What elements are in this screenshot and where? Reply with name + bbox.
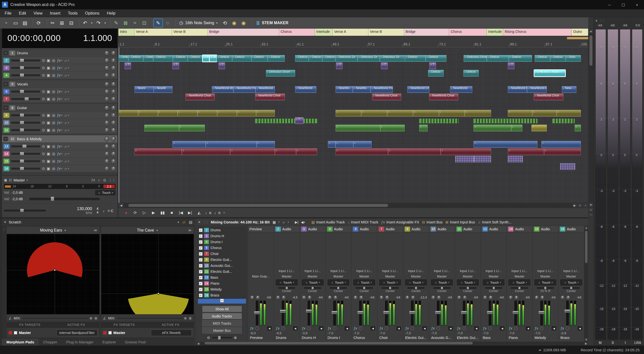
toolbar-button[interactable]: ⟲: [220, 19, 230, 28]
audio-clip[interactable]: [353, 141, 372, 148]
audio-clip[interactable]: [474, 156, 491, 162]
input-routing[interactable]: Input 1 L/...: [558, 268, 584, 273]
mute-speaker-button[interactable]: ◀: [370, 326, 375, 330]
pan-knob[interactable]: [111, 65, 116, 70]
channel-visible-checkbox[interactable]: ✓: [199, 276, 202, 279]
pan-knob[interactable]: [104, 51, 109, 56]
master-fx-icon[interactable]: ƒx: [91, 178, 95, 182]
automation-settings-button[interactable]: ☼▾: [64, 144, 69, 148]
audio-clip[interactable]: Delicio: [464, 70, 479, 77]
channel-list-item[interactable]: ✓ 13 ⊡ Bass: [198, 274, 246, 280]
zoom-in-button[interactable]: +: [588, 207, 594, 212]
scroll-up-button[interactable]: ▲: [588, 29, 594, 34]
scroll-right-button[interactable]: ▶: [572, 203, 578, 208]
output-routing[interactable]: Master: [403, 273, 429, 279]
mixer-channel-strip[interactable]: 15 Audio Input 1 L/... Master ☼ Touch ▾: [532, 226, 558, 342]
xy-pad[interactable]: [7, 234, 100, 314]
automation-settings-button[interactable]: ☼▾: [64, 159, 69, 163]
solo-icon[interactable]: ◎: [103, 178, 106, 182]
pan-knob[interactable]: [104, 113, 109, 118]
insert-button[interactable]: ⊟ Insert Bus: [422, 220, 443, 224]
pan-knob[interactable]: [111, 89, 116, 94]
target-icon[interactable]: ⊕: [90, 316, 92, 320]
volume-fader[interactable]: [411, 301, 414, 325]
automation-settings-button[interactable]: ☼▾: [64, 59, 69, 63]
input-routing[interactable]: Input 1 L/...: [481, 268, 506, 273]
channel-filter-button[interactable]: Master Bus: [202, 327, 242, 333]
automation-mode-button[interactable]: ☼ Touch ▾: [405, 279, 427, 285]
audio-clip[interactable]: Delicio: [252, 55, 268, 62]
audio-clip[interactable]: Delicio: [188, 55, 202, 62]
channel-list-item[interactable]: ✓ 14 ⊡ Piano: [198, 280, 246, 286]
audio-clip[interactable]: [439, 110, 465, 117]
audio-clip[interactable]: [217, 110, 237, 117]
send-knob[interactable]: [302, 295, 306, 300]
dock-tab[interactable]: Morphium Pads: [2, 338, 39, 345]
playhead[interactable]: [119, 47, 119, 203]
track-row[interactable]: − 10 ⊙ ▣ ◎ ƒx▾ ☼▾: [2, 119, 118, 126]
audio-clip[interactable]: [419, 125, 428, 131]
record-arm-button[interactable]: ⊙: [42, 89, 45, 94]
input-routing[interactable]: Input 1 L/...: [326, 268, 351, 273]
channel-fx-button[interactable]: ƒx: [328, 326, 332, 330]
xy-pad-handle[interactable]: [158, 292, 160, 294]
send-knob[interactable]: [385, 295, 389, 300]
automation-settings-button[interactable]: ☼▾: [64, 66, 69, 70]
track-row[interactable]: − 14 ⊙ ▣ ◎ ƒx▾ ☼▾: [2, 150, 118, 158]
mix-slider[interactable]: [23, 318, 88, 318]
mixer-header-button[interactable]: ▶|: [294, 220, 299, 224]
audio-clip[interactable]: [464, 110, 491, 117]
audio-clip[interactable]: Delicio: [509, 55, 532, 62]
channel-visible-checkbox[interactable]: ✓: [199, 293, 202, 297]
send-knob[interactable]: [483, 295, 487, 300]
time-signature[interactable]: 4 4: [96, 207, 98, 214]
drag-handle-icon[interactable]: ⋮⋮: [600, 19, 604, 22]
audio-clip[interactable]: Delicio: [153, 55, 173, 62]
audio-clip[interactable]: [336, 141, 353, 148]
tempo-display[interactable]: 130,000 BPM: [77, 206, 92, 215]
channel-visible-checkbox[interactable]: ✓: [199, 288, 202, 291]
track-volume-slider[interactable]: [11, 98, 40, 100]
audio-clip[interactable]: ?: [172, 63, 179, 69]
pan-knob[interactable]: [111, 82, 116, 87]
input-routing[interactable]: Input 1 L/...: [532, 268, 558, 273]
scroll-left-button[interactable]: ◀: [118, 203, 124, 208]
track-fx-button[interactable]: ƒx▾: [57, 97, 62, 101]
track-row[interactable]: − 6 ⊙ ▣ ◎ ƒx▾ ☼▾: [2, 88, 118, 95]
mute-speaker-button[interactable]: ◀: [578, 326, 582, 330]
transport-button[interactable]: ▾: [222, 209, 226, 216]
transport-button[interactable]: ◭: [195, 209, 203, 216]
track-row[interactable]: − 8 Guitar ⊙ ▣ ◎ ƒx▾ ☼▾: [2, 104, 118, 112]
mixer-channel-strip[interactable]: 13 Audio Input 1 L/... Master ☼ Touch ▾: [481, 226, 507, 342]
track-volume-slider[interactable]: [11, 129, 40, 131]
pan-knob[interactable]: [104, 58, 109, 63]
automation-mode-button[interactable]: ☼ Touch ▾: [276, 279, 298, 285]
toolbar-button[interactable]: [77, 20, 80, 26]
channel-list-item[interactable]: ✓ 16 ⊡ Brass: [198, 292, 246, 298]
audio-clip[interactable]: [557, 110, 580, 117]
zoom-out-button[interactable]: −: [588, 212, 594, 217]
fx-target-name[interactable]: Master: [19, 330, 31, 335]
audio-clip[interactable]: ?: [508, 63, 514, 69]
channel-list-item[interactable]: ✓ 6 ⊡ Chorus: [198, 245, 246, 251]
send-knob[interactable]: [566, 295, 570, 300]
toolbar-button[interactable]: ⊠: [121, 19, 130, 28]
volume-fader[interactable]: [540, 301, 543, 325]
audio-clip[interactable]: De: [202, 55, 210, 62]
solo-button[interactable]: ◎: [52, 144, 55, 149]
audio-clip[interactable]: [511, 125, 522, 131]
section-marker[interactable]: Interlude: [315, 29, 332, 36]
toolbar-button[interactable]: ▾: [90, 19, 94, 28]
mixer-channel-strip[interactable]: 10 Audio Input 1 L/... Master ☼ Touch ▾: [429, 226, 455, 342]
audio-clip[interactable]: Delicious Drums: [464, 55, 486, 62]
automation-mode-button[interactable]: ☼ Touch ▾: [302, 279, 324, 285]
channel-fx-button[interactable]: ƒx: [353, 326, 357, 330]
audio-clip[interactable]: [198, 110, 217, 117]
send-knob[interactable]: [560, 295, 565, 300]
input-routing[interactable]: Input 1 L/...: [274, 268, 300, 273]
toolbar-button[interactable]: ✎: [112, 19, 121, 28]
channel-fx-button[interactable]: ƒx: [276, 326, 280, 330]
phase-button[interactable]: [436, 326, 440, 330]
audio-clip[interactable]: Delicious Dr: [380, 55, 405, 62]
audio-clip[interactable]: New...: [562, 86, 576, 93]
